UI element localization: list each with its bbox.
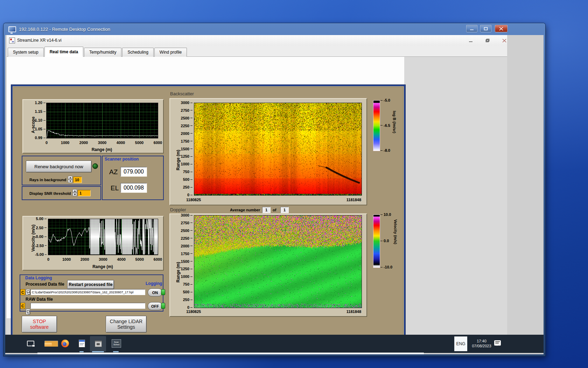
processed-drive-letter[interactable]: C [20,289,25,295]
taskbar-clock[interactable]: 17:40 07/08/2023 [469,339,494,348]
tick-label: 1.15 [35,109,42,114]
tick-label: 1000 [181,274,189,279]
tick-label: 0.99 [35,136,42,140]
task-view-icon[interactable] [27,341,34,346]
tab-page: A-scope 1.201.151.101.050.99 01000200030… [7,57,404,318]
rdp-titlebar[interactable]: 192.168.0.122 - Remote Desktop Connectio… [4,23,545,35]
raw-browse-button[interactable] [26,309,30,315]
tick-label: 1500 [181,147,189,151]
tick-label: 1750 [181,139,189,143]
spinner-up-icon[interactable] [68,176,72,179]
tick-label: 4000 [117,141,125,145]
raw-path-field[interactable] [30,303,145,309]
ascope-y-axis: 1.201.151.101.050.99 [34,103,46,138]
tick-label: 750 [183,170,189,174]
app-close-button[interactable] [500,38,508,43]
rays-spinner[interactable] [68,176,72,183]
clock-time: 17:40 [469,339,494,343]
backscatter-y-axis-label: Range (m) [176,128,181,170]
language-indicator[interactable]: ENG [454,336,467,351]
spinner-down-icon[interactable] [72,193,77,196]
tick-label: 1250 [181,267,189,271]
backscatter-colorbar [373,100,380,151]
document-app-icon[interactable] [79,340,85,347]
average-number-label: Average number [230,208,260,212]
raw-logging-toggle[interactable]: OFF [148,302,162,310]
processed-browse-button[interactable] [26,289,30,295]
host-taskbar-strip [37,353,424,354]
raw-data-file-label: RAW Data file [26,297,53,302]
tick-label: 3000 [181,101,189,105]
background-led-indicator [92,163,98,169]
minimize-icon [469,39,473,42]
processed-path-field[interactable]: C:\Lidar\Data\Proc\2023\202308\20230807\… [30,289,145,295]
maximize-icon [484,27,488,30]
snr-value-field[interactable]: 1 [78,190,91,196]
processed-logging-toggle[interactable]: ON [148,288,162,297]
spinner-down-icon[interactable] [68,179,72,183]
tick-label: 0 [46,141,48,145]
vi-file-icon [9,38,15,43]
tab-temp-humidity[interactable]: Temp/humidity [84,48,121,57]
stop-software-button[interactable]: STOP software [22,316,57,333]
renew-background-button[interactable]: Renew background now [26,161,92,172]
app-restore-button[interactable] [484,38,491,43]
app-titlebar[interactable]: StreamLine XR v14-6.vi [7,35,507,46]
velocity-plot [48,219,158,255]
tick-label: 2000 [181,131,189,136]
tick-label: 1.20 [35,101,42,105]
raw-drive-letter[interactable]: C [20,303,25,309]
rdp-maximize-button[interactable] [480,25,491,32]
tick-label: 3000 [99,257,107,261]
tick-label: 250 [183,185,189,189]
rays-value-field[interactable]: 10 [73,177,82,183]
tick-label: 10.0 [384,212,391,217]
velocity-y-axis: 5.002.500.00-2.50-5.00 [35,219,47,254]
backscatter-title: Backscatter [170,91,194,96]
minimize-icon [470,27,474,30]
change-lidar-settings-button[interactable]: Change LiDAR Settings [106,316,147,333]
restart-processed-file-button[interactable]: Restart processed file [67,280,114,289]
change-button-line1: Change LiDAR [110,319,142,324]
folder-icon [44,341,52,346]
doppler-x-start-label: 1180825 [186,309,201,314]
doppler-x-end-label: 1181848 [326,309,361,314]
app-minimize-button[interactable] [467,38,475,43]
tab-wind-profile[interactable]: Wind profile [154,48,187,57]
scanner-position-title: Scanner position [105,157,139,162]
clock-date: 07/08/2023 [469,343,494,348]
change-button-line2: Settings [117,324,135,330]
tick-label: 2000 [181,244,189,248]
scan-scheduler-icon[interactable]: Scan Sched [112,339,121,348]
tick-label: 1250 [181,154,189,158]
spinner-up-icon[interactable] [72,189,77,193]
tab-system-setup[interactable]: System setup [8,48,44,57]
snr-spinner[interactable] [72,189,77,196]
tick-label: 2250 [181,124,189,128]
rdp-minimize-button[interactable] [466,25,477,32]
doppler-heatmap [194,215,362,308]
tick-label: 0.0 [384,239,389,243]
file-explorer-icon[interactable] [44,341,52,346]
tick-label: 1.10 [35,118,42,122]
taskbar: Scan Sched ENG 17:40 07/08/2023 [5,335,544,353]
average-number-field[interactable]: 1 [262,207,271,213]
streamline-app-icon[interactable] [95,341,102,347]
doppler-title: Doppler [170,207,186,212]
firefox-icon[interactable] [61,340,69,347]
running-indicator [92,351,104,352]
tick-label: 2.50 [36,226,43,230]
tab-scheduling[interactable]: Scheduling [122,48,153,57]
notification-icon[interactable] [494,340,501,346]
rdp-close-button[interactable] [495,25,507,32]
tick-label: 5.00 [36,217,43,221]
logging-label: Logging [146,281,162,286]
tick-label: -5.0 [384,98,390,102]
tick-label: -5.00 [35,252,44,257]
close-icon [502,39,506,42]
tick-label: 2500 [181,116,189,120]
average-total-field[interactable]: 1 [280,207,289,213]
average-of-label: of [273,208,276,212]
desktop-background: 192.168.0.122 - Remote Desktop Connectio… [0,0,588,368]
tab-real-time-data[interactable]: Real time data [44,47,83,57]
